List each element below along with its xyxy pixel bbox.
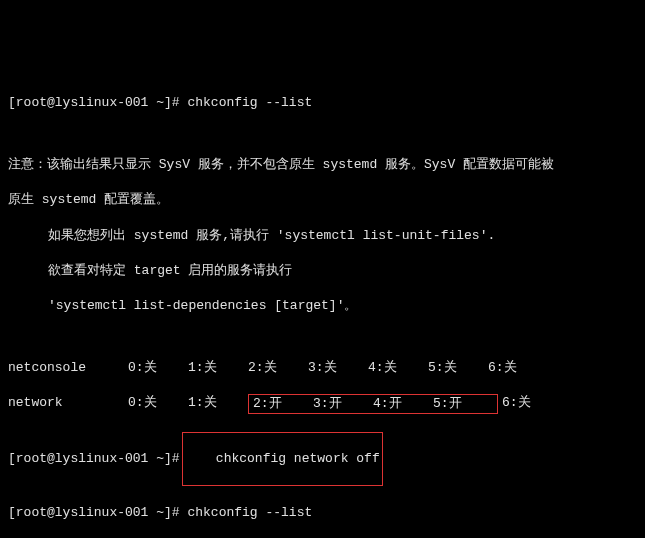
note-line: 原生 systemd 配置覆盖。 <box>8 191 637 209</box>
note-line: 如果您想列出 systemd 服务,请执行 'systemctl list-un… <box>8 227 637 245</box>
note-line: 注意：该输出结果只显示 SysV 服务，并不包含原生 systemd 服务。Sy… <box>8 156 637 174</box>
runlevel: 5:关 <box>428 359 488 377</box>
command-text: chkconfig --list <box>187 94 312 112</box>
runlevel: 4:开 <box>373 395 433 413</box>
prompt-line[interactable]: [root@lyslinux-001 ~]# chkconfig network… <box>8 432 637 487</box>
runlevel: 1:关 <box>188 394 248 414</box>
shell-prompt: [root@lyslinux-001 ~]# <box>8 450 180 468</box>
shell-prompt: [root@lyslinux-001 ~]# <box>8 504 180 522</box>
runlevel: 2:关 <box>248 359 308 377</box>
runlevel: 6:关 <box>502 394 562 414</box>
service-name: network <box>8 394 128 414</box>
runlevel: 4:关 <box>368 359 428 377</box>
service-row-netconsole: netconsole 0:关 1:关 2:关 3:关 4:关 5:关 6:关 <box>8 359 637 377</box>
runlevel: 1:关 <box>188 359 248 377</box>
highlight-box: 2:开 3:开 4:开 5:开 <box>248 394 498 414</box>
runlevel: 3:关 <box>308 359 368 377</box>
runlevel: 5:开 <box>433 395 493 413</box>
command-text: chkconfig network off <box>216 451 380 466</box>
runlevel: 0:关 <box>128 359 188 377</box>
prompt-line[interactable]: [root@lyslinux-001 ~]# chkconfig --list <box>8 504 637 522</box>
runlevel: 2:开 <box>253 395 313 413</box>
service-row-network: network 0:关 1:关 2:开 3:开 4:开 5:开 6:关 <box>8 394 637 414</box>
shell-prompt: [root@lyslinux-001 ~]# <box>8 94 180 112</box>
note-line: 'systemctl list-dependencies [target]'。 <box>8 297 637 315</box>
highlight-box: chkconfig network off <box>182 432 383 487</box>
prompt-line[interactable]: [root@lyslinux-001 ~]# chkconfig --list <box>8 94 637 112</box>
runlevel: 0:关 <box>128 394 188 414</box>
note-line: 欲查看对特定 target 启用的服务请执行 <box>8 262 637 280</box>
service-name: netconsole <box>8 359 128 377</box>
runlevel: 3:开 <box>313 395 373 413</box>
command-text: chkconfig --list <box>187 504 312 522</box>
runlevel: 6:关 <box>488 359 548 377</box>
